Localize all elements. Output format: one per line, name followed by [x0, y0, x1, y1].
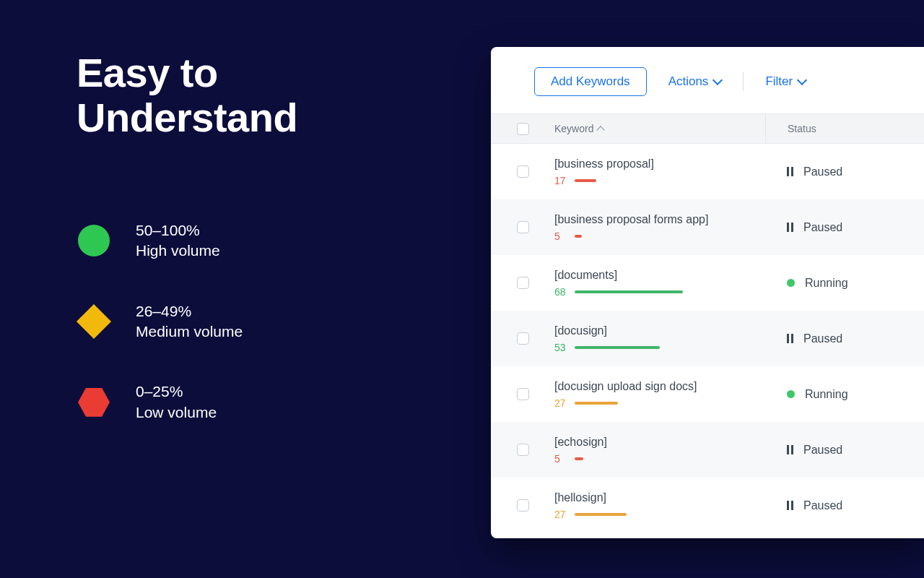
status-label: Paused: [803, 221, 842, 234]
legend-item-low: 0–25% Low volume: [77, 381, 243, 423]
table-row: [business proposal]17Paused: [491, 144, 924, 199]
pause-icon: [787, 167, 793, 176]
keyword-score: 68: [554, 286, 567, 298]
row-checkbox[interactable]: [517, 388, 529, 400]
pause-icon: [787, 223, 793, 232]
status-label: Paused: [803, 332, 842, 345]
pause-icon: [787, 334, 793, 343]
legend-range: 50–100%: [136, 220, 220, 241]
keyword-cell[interactable]: [docusign upload sign docs]27: [554, 380, 765, 409]
legend-item-medium: 26–49% Medium volume: [77, 301, 243, 342]
column-label: Keyword: [554, 123, 593, 134]
keyword-text: [echosign]: [554, 436, 607, 449]
keywords-panel: Add Keywords Actions Filter Keyword Stat…: [491, 47, 924, 538]
table-row: [business proposal forms app]5Paused: [491, 199, 924, 255]
keyword-score: 27: [554, 397, 567, 409]
keyword-text: [business proposal]: [554, 158, 654, 171]
table-body: [business proposal]17Paused[business pro…: [491, 144, 924, 533]
status-cell: Paused: [765, 311, 924, 366]
column-header-keyword[interactable]: Keyword: [554, 123, 765, 134]
add-keywords-button[interactable]: Add Keywords: [534, 67, 647, 96]
hexagon-icon: [77, 385, 111, 420]
keyword-volume-bar: [575, 179, 596, 182]
column-header-status[interactable]: Status: [765, 114, 924, 143]
keyword-cell[interactable]: [echosign]5: [554, 436, 765, 465]
keyword-score: 27: [554, 509, 567, 520]
table-header: Keyword Status: [491, 113, 924, 144]
table-row: [hellosign]27Paused: [491, 478, 924, 533]
keyword-volume-bar: [575, 402, 618, 405]
keyword-cell[interactable]: [docusign]53: [554, 324, 765, 353]
table-row: [docusign upload sign docs]27Running: [491, 366, 924, 422]
legend-range: 26–49%: [136, 301, 243, 322]
status-cell: Running: [765, 255, 924, 311]
row-checkbox[interactable]: [517, 499, 529, 512]
keyword-volume-bar: [575, 235, 582, 238]
actions-dropdown[interactable]: Actions: [668, 74, 722, 89]
status-cell: Running: [765, 366, 924, 422]
keyword-volume-bar: [575, 457, 583, 460]
row-checkbox[interactable]: [517, 444, 529, 456]
hero-line-2: Understand: [77, 95, 297, 140]
status-cell: Paused: [765, 144, 924, 199]
row-checkbox[interactable]: [517, 332, 529, 345]
status-cell: Paused: [765, 199, 924, 255]
running-dot-icon: [787, 279, 795, 287]
table-row: [documents]68Running: [491, 255, 924, 311]
hero-title: Easy to Understand: [77, 51, 297, 139]
status-label: Running: [805, 388, 848, 401]
status-label: Paused: [803, 165, 842, 178]
table-row: [docusign]53Paused: [491, 311, 924, 366]
status-label: Paused: [803, 444, 842, 457]
running-dot-icon: [787, 390, 795, 398]
status-cell: Paused: [765, 422, 924, 478]
legend-label: High volume: [136, 241, 220, 261]
keyword-score: 53: [554, 342, 567, 353]
status-label: Running: [805, 277, 848, 290]
legend-label: Medium volume: [136, 322, 243, 342]
row-checkbox[interactable]: [517, 221, 529, 233]
keyword-volume-bar: [575, 290, 683, 293]
toolbar: Add Keywords Actions Filter: [491, 47, 924, 113]
legend-range: 0–25%: [136, 381, 217, 402]
chevron-down-icon: [712, 75, 723, 85]
legend-item-high: 50–100% High volume: [77, 220, 243, 262]
actions-label: Actions: [668, 74, 709, 89]
circle-icon: [77, 223, 111, 258]
select-all-checkbox[interactable]: [517, 123, 529, 135]
pause-icon: [787, 445, 793, 454]
sort-ascending-icon: [597, 126, 605, 134]
toolbar-divider: [743, 72, 744, 91]
filter-dropdown[interactable]: Filter: [765, 74, 806, 89]
keyword-score: 17: [554, 175, 567, 186]
row-checkbox[interactable]: [517, 277, 529, 289]
legend-label: Low volume: [136, 402, 217, 423]
keyword-cell[interactable]: [documents]68: [554, 269, 765, 298]
keyword-text: [docusign upload sign docs]: [554, 380, 697, 393]
diamond-icon: [77, 304, 111, 339]
keyword-score: 5: [554, 230, 567, 242]
status-cell: Paused: [765, 478, 924, 533]
column-label: Status: [788, 123, 816, 134]
filter-label: Filter: [765, 74, 793, 89]
keyword-cell[interactable]: [business proposal]17: [554, 158, 765, 186]
keyword-text: [documents]: [554, 269, 683, 282]
status-label: Paused: [803, 499, 842, 512]
legend: 50–100% High volume 26–49% Medium volume…: [77, 220, 243, 423]
keyword-text: [hellosign]: [554, 491, 627, 504]
chevron-down-icon: [797, 75, 807, 85]
table-row: [echosign]5Paused: [491, 422, 924, 478]
hero-line-1: Easy to: [77, 50, 218, 95]
keyword-cell[interactable]: [business proposal forms app]5: [554, 213, 765, 242]
pause-icon: [787, 501, 793, 510]
keyword-cell[interactable]: [hellosign]27: [554, 491, 765, 520]
keyword-text: [docusign]: [554, 324, 660, 337]
keyword-volume-bar: [575, 513, 627, 516]
keyword-score: 5: [554, 453, 567, 465]
row-checkbox[interactable]: [517, 165, 529, 178]
keyword-text: [business proposal forms app]: [554, 213, 708, 226]
keyword-volume-bar: [575, 346, 660, 349]
